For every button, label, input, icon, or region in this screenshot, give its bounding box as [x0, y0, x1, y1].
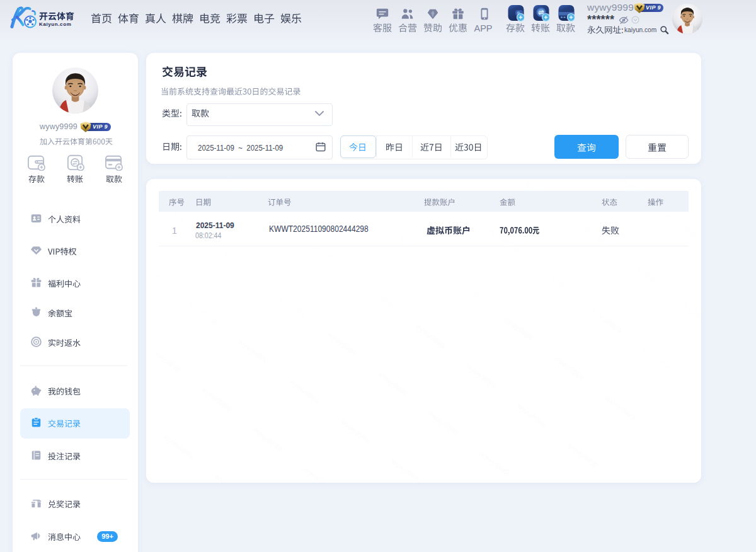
svg-text:VIP 9: VIP 9 — [646, 4, 661, 11]
svg-text:VIP 9: VIP 9 — [93, 124, 108, 130]
